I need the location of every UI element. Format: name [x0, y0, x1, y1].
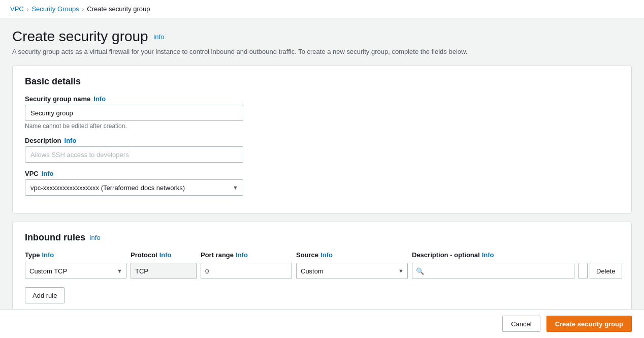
vpc-select[interactable]: vpc-xxxxxxxxxxxxxxxxx (Terraformed docs … [25, 179, 243, 196]
basic-details-title: Basic details [25, 76, 619, 87]
add-inbound-rule-button[interactable]: Add rule [25, 287, 65, 303]
page-description: A security group acts as a virtual firew… [12, 48, 632, 55]
cancel-button[interactable]: Cancel [502, 316, 540, 332]
inbound-rules-card: Inbound rules Info Type Info Protocol In… [12, 222, 632, 314]
sg-name-info-link[interactable]: Info [93, 95, 106, 103]
inbound-delete-button[interactable]: Delete [590, 263, 622, 279]
page-title: Create security group [12, 28, 148, 45]
sg-name-label: Security group name [25, 95, 90, 103]
vpc-field: VPC Info vpc-xxxxxxxxxxxxxxxxx (Terrafor… [25, 170, 619, 196]
create-security-group-button[interactable]: Create security group [546, 316, 632, 332]
inbound-rule-row: Custom TCP ▼ Custom ▼ 🔍 Delete [25, 263, 619, 279]
breadcrumb-current: Create security group [87, 5, 150, 13]
breadcrumb-sep-1: › [27, 6, 29, 12]
breadcrumb-security-groups[interactable]: Security Groups [31, 5, 79, 13]
vpc-info-link[interactable]: Info [42, 170, 54, 177]
breadcrumb-vpc[interactable]: VPC [10, 5, 24, 13]
breadcrumb: VPC › Security Groups › Create security … [0, 0, 644, 18]
inbound-desc-info-link[interactable]: Info [482, 251, 494, 259]
inbound-type-select[interactable]: Custom TCP [25, 263, 126, 279]
inbound-port-col-label: Port range [201, 251, 234, 259]
inbound-protocol-input [131, 263, 197, 279]
vpc-select-wrapper: vpc-xxxxxxxxxxxxxxxxx (Terraformed docs … [25, 179, 243, 196]
inbound-source-select[interactable]: Custom [296, 263, 408, 279]
inbound-protocol-col-label: Protocol [131, 251, 157, 259]
inbound-source-search-input[interactable] [412, 263, 574, 279]
page-info-link[interactable]: Info [153, 33, 165, 41]
description-info-link[interactable]: Info [65, 137, 77, 144]
inbound-desc-col-label: Description - optional [412, 251, 480, 259]
sg-name-hint: Name cannot be edited after creation. [25, 122, 619, 130]
breadcrumb-sep-2: › [82, 6, 84, 12]
sg-name-input[interactable] [25, 105, 243, 121]
inbound-source-search-wrapper: 🔍 [412, 263, 574, 279]
inbound-rules-title: Inbound rules [25, 232, 85, 243]
inbound-port-info-link[interactable]: Info [236, 251, 248, 259]
description-input[interactable] [25, 146, 243, 163]
inbound-source-select-wrapper: Custom ▼ [296, 263, 408, 279]
page-header: Create security group Info [12, 28, 632, 45]
inbound-desc-input[interactable] [578, 263, 588, 279]
inbound-type-col-label: Type [25, 251, 40, 259]
inbound-source-info-link[interactable]: Info [320, 251, 333, 259]
inbound-rules-columns: Type Info Protocol Info Port range Info … [25, 251, 619, 259]
description-field: Description Info [25, 137, 619, 163]
inbound-source-col-label: Source [296, 251, 318, 259]
inbound-protocol-info-link[interactable]: Info [159, 251, 172, 259]
description-label: Description [25, 137, 61, 144]
inbound-type-select-wrapper: Custom TCP ▼ [25, 263, 126, 279]
sg-name-field: Security group name Info Name cannot be … [25, 95, 619, 130]
inbound-type-info-link[interactable]: Info [42, 251, 54, 259]
inbound-port-input[interactable] [201, 263, 292, 279]
inbound-rules-info-link[interactable]: Info [89, 234, 101, 241]
inbound-rules-header: Inbound rules Info [25, 232, 619, 243]
vpc-label: VPC [25, 170, 39, 177]
footer-bar: Cancel Create security group [0, 309, 644, 338]
basic-details-card: Basic details Security group name Info N… [12, 66, 632, 213]
